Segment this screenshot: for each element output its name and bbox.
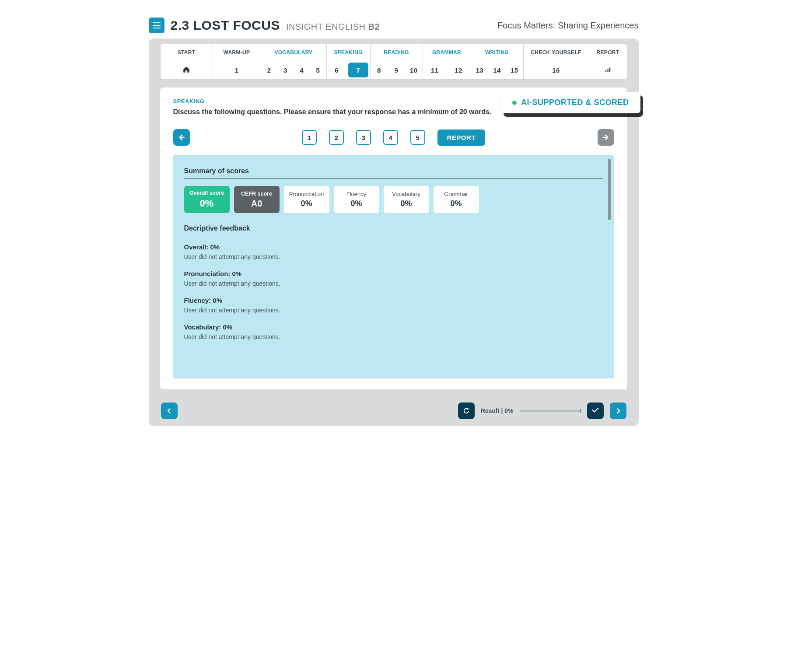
question-5[interactable]: 5 [410, 130, 425, 145]
menu-button[interactable] [149, 18, 164, 33]
score-cefr-score: CEFR scoreA0 [234, 186, 280, 213]
home-icon[interactable] [182, 66, 190, 75]
lesson-stepper: STARTWARM-UPVOCABULARYSPEAKINGREADINGGRA… [160, 44, 627, 80]
step-5[interactable]: 5 [310, 61, 326, 79]
lesson-title-block: 2.3 LOST FOCUS INSIGHT ENGLISH B2 [171, 18, 380, 33]
stepper-nums-spk: 67 [327, 61, 371, 79]
footer-bar: Result | 0% [160, 398, 627, 426]
question-2[interactable]: 2 [329, 130, 344, 145]
result-label: Result | 0% [481, 407, 514, 414]
feedback-item: Pronunciation: 0%User did not attempt an… [184, 270, 603, 287]
stepper-label-read[interactable]: READING [371, 44, 423, 61]
step-6[interactable]: 6 [327, 61, 347, 79]
lesson-tagline: Focus Matters: Sharing Experiences [497, 21, 638, 31]
feedback-item-title: Vocabulary: 0% [184, 323, 603, 331]
feedback-item-text: User did not attempt any questions. [184, 280, 603, 287]
stepper-label-spk[interactable]: SPEAKING [327, 44, 371, 61]
stepper-nums-read: 8910 [371, 61, 423, 79]
divider [184, 236, 603, 236]
question-3[interactable]: 3 [356, 130, 371, 145]
feedback-item: Vocabulary: 0%User did not attempt any q… [184, 323, 603, 340]
result-progress-bar [520, 410, 581, 412]
reload-icon [462, 407, 470, 415]
score-row: Overall score0%CEFR scoreA0Pronunciation… [184, 186, 603, 213]
question-1[interactable]: 1 [302, 130, 317, 145]
step-13[interactable]: 13 [471, 61, 489, 79]
lesson-code: 2.3 LOST FOCUS [171, 18, 280, 33]
page-header: 2.3 LOST FOCUS INSIGHT ENGLISH B2 Focus … [149, 18, 639, 33]
feedback-item-title: Fluency: 0% [184, 297, 603, 304]
stepper-label-warm[interactable]: WARM-UP [213, 44, 261, 61]
ai-supported-badge: AI-SUPPORTED & SCORED [501, 92, 640, 113]
summary-title: Summary of scores [184, 167, 603, 175]
score-fluency: Fluency0% [334, 186, 379, 213]
next-question-button[interactable] [598, 129, 614, 146]
report-button[interactable]: REPORT [437, 130, 486, 146]
scrollbar[interactable] [608, 159, 611, 220]
stepper-nums-warm: 1 [213, 61, 261, 79]
stepper-nums-chk: 16 [524, 61, 589, 79]
step-14[interactable]: 14 [488, 61, 506, 79]
status-dot-icon [512, 101, 517, 105]
step-16[interactable]: 16 [524, 61, 589, 79]
svg-rect-2 [609, 67, 610, 72]
step-7[interactable]: 7 [348, 63, 368, 77]
report-panel[interactable]: Summary of scores Overall score0%CEFR sc… [173, 155, 614, 378]
report-panel-wrap: Summary of scores Overall score0%CEFR sc… [173, 155, 614, 378]
feedback-item-title: Overall: 0% [184, 243, 603, 251]
stepper-label-start[interactable]: START [161, 44, 213, 61]
feedback-item-text: User did not attempt any questions. [184, 333, 603, 340]
ai-badge-label: AI-SUPPORTED & SCORED [521, 98, 629, 107]
stepper-nums-rep [589, 61, 627, 79]
feedback-item: Overall: 0%User did not attempt any ques… [184, 243, 603, 260]
step-8[interactable]: 8 [371, 61, 388, 79]
arrow-left-icon [177, 133, 186, 142]
prev-question-button[interactable] [173, 129, 190, 146]
stepper-label-chk[interactable]: CHECK YOURSELF [524, 44, 589, 61]
hamburger-icon [153, 25, 161, 26]
footer-next-button[interactable] [610, 402, 626, 419]
stepper-nums-voc: 2345 [261, 61, 327, 79]
step-11[interactable]: 11 [423, 61, 447, 79]
step-1[interactable]: 1 [213, 61, 261, 79]
feedback-item: Fluency: 0%User did not attempt any ques… [184, 297, 603, 314]
feedback-item-title: Pronunciation: 0% [184, 270, 603, 277]
step-10[interactable]: 10 [405, 61, 423, 79]
feedback-item-text: User did not attempt any questions. [184, 253, 603, 260]
score-vocabulary: Vocabulary0% [384, 186, 429, 213]
stepper-nums-writ: 131415 [471, 61, 524, 79]
feedback-title: Decriptive feedback [184, 224, 603, 232]
feedback-item-text: User did not attempt any questions. [184, 307, 603, 314]
footer-prev-button[interactable] [161, 402, 178, 419]
course-name: INSIGHT ENGLISH B2 [286, 22, 380, 32]
question-4[interactable]: 4 [383, 130, 398, 145]
svg-rect-0 [605, 70, 606, 72]
step-12[interactable]: 12 [447, 61, 471, 79]
step-15[interactable]: 15 [506, 61, 523, 79]
svg-rect-1 [607, 69, 608, 72]
chevron-right-icon [614, 407, 622, 415]
step-3[interactable]: 3 [277, 61, 294, 79]
activity-card: AI-SUPPORTED & SCORED SPEAKING Discuss t… [160, 88, 627, 389]
step-4[interactable]: 4 [294, 61, 310, 79]
reload-button[interactable] [458, 402, 475, 419]
divider [184, 178, 603, 179]
app-frame: STARTWARM-UPVOCABULARYSPEAKINGREADINGGRA… [149, 38, 639, 426]
step-2[interactable]: 2 [261, 61, 277, 79]
arrow-right-icon [602, 133, 610, 142]
question-nav: 12345REPORT [173, 129, 614, 146]
stepper-nums-start [161, 61, 213, 79]
score-grammar: Grammar0% [434, 186, 479, 213]
stepper-label-writ[interactable]: WRITING [471, 44, 524, 61]
stepper-label-gram[interactable]: GRAMMAR [423, 44, 471, 61]
step-9[interactable]: 9 [388, 61, 405, 79]
check-icon [591, 407, 599, 415]
stepper-label-rep[interactable]: REPORT [589, 44, 627, 61]
chevron-left-icon [165, 407, 173, 415]
bar-chart-icon[interactable] [604, 66, 612, 75]
stepper-nums-gram: 1112 [423, 61, 471, 79]
score-overall-score: Overall score0% [184, 186, 230, 213]
stepper-label-voc[interactable]: VOCABULARY [261, 44, 327, 61]
score-pronunciation: Pronunciation0% [284, 186, 329, 213]
confirm-button[interactable] [587, 402, 604, 419]
